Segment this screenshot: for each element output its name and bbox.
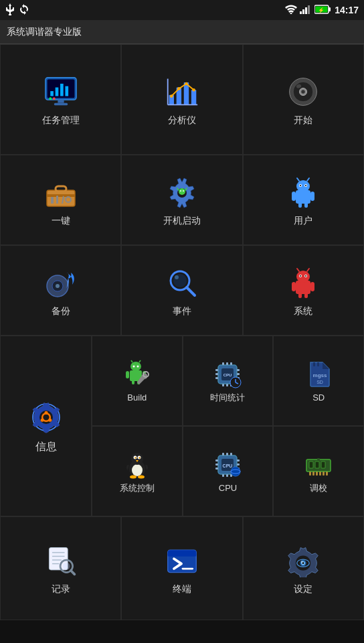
- section-1: 任务管理: [0, 44, 364, 155]
- svg-rect-67: [304, 291, 308, 298]
- svg-rect-143: [321, 461, 325, 468]
- svg-line-89: [131, 360, 132, 362]
- svg-rect-97: [237, 369, 240, 371]
- svg-rect-48: [304, 201, 308, 208]
- svg-rect-131: [222, 453, 224, 455]
- svg-rect-38: [56, 196, 58, 204]
- svg-rect-148: [323, 472, 325, 476]
- section-2-row2: 备份 事件: [0, 245, 364, 336]
- section-3: 信息: [0, 336, 364, 516]
- svg-rect-36: [56, 186, 66, 192]
- tile-time-stat[interactable]: CPU 时间统计: [183, 336, 274, 426]
- svg-rect-134: [222, 474, 224, 477]
- time-stat-label: 时间统计: [210, 392, 245, 403]
- svg-point-86: [130, 362, 141, 371]
- svg-point-121: [130, 475, 136, 478]
- svg-point-26: [177, 87, 181, 90]
- svg-rect-2: [302, 9, 304, 14]
- status-left: [5, 3, 29, 17]
- settings-label: 设定: [294, 583, 312, 595]
- svg-rect-35: [47, 194, 75, 197]
- svg-point-41: [179, 188, 185, 195]
- svg-line-74: [307, 269, 309, 271]
- svg-point-25: [170, 94, 173, 98]
- backup-label: 备份: [52, 305, 70, 317]
- svg-rect-149: [326, 472, 328, 476]
- tile-tune[interactable]: 调校: [273, 426, 364, 516]
- time-display: 14:17: [335, 5, 359, 15]
- svg-point-71: [300, 275, 301, 277]
- status-right: ⚡ 14:17: [285, 5, 359, 16]
- log-search-icon: [42, 542, 80, 579]
- svg-rect-4: [308, 5, 310, 14]
- svg-rect-1: [300, 11, 302, 14]
- svg-point-116: [131, 453, 143, 465]
- tile-sd[interactable]: mgss SD SD: [273, 336, 364, 426]
- svg-line-90: [139, 360, 141, 362]
- svg-point-49: [296, 180, 310, 192]
- one-key-label: 一键: [52, 215, 70, 226]
- usb-icon: [5, 3, 15, 17]
- memory-icon: [304, 449, 333, 479]
- section-4: 记录 终端: [0, 516, 364, 620]
- svg-rect-11: [50, 91, 54, 96]
- svg-point-62: [175, 275, 179, 279]
- svg-rect-64: [292, 282, 296, 291]
- tile-user[interactable]: 用户: [243, 155, 364, 245]
- task-manager-label: 任务管理: [42, 115, 80, 126]
- svg-point-52: [300, 185, 301, 186]
- cpu-time-icon: CPU: [213, 359, 242, 388]
- tune-label: 调校: [310, 483, 327, 494]
- svg-rect-95: [215, 373, 218, 375]
- tile-task-manager[interactable]: 任务管理: [0, 44, 121, 155]
- tile-boot-start[interactable]: 开机启动: [121, 155, 242, 245]
- svg-rect-146: [316, 472, 318, 476]
- svg-rect-127: [215, 468, 218, 470]
- svg-point-122: [138, 475, 145, 478]
- svg-rect-147: [319, 472, 321, 476]
- svg-line-158: [70, 571, 74, 575]
- svg-point-27: [185, 82, 188, 86]
- tile-one-key[interactable]: 一键: [0, 155, 121, 245]
- build-label: Build: [127, 392, 147, 403]
- svg-rect-65: [310, 282, 314, 291]
- svg-point-120: [139, 457, 140, 458]
- svg-rect-47: [298, 201, 302, 208]
- svg-rect-100: [222, 362, 224, 365]
- svg-point-115: [132, 464, 143, 476]
- tile-sys-control[interactable]: 系统控制: [92, 426, 183, 516]
- svg-line-54: [297, 178, 299, 181]
- svg-rect-104: [226, 384, 228, 386]
- svg-rect-129: [237, 463, 240, 466]
- tile-analyzer[interactable]: 分析仪: [121, 44, 242, 155]
- sd-label: SD: [312, 392, 325, 403]
- svg-point-72: [305, 275, 306, 277]
- svg-point-0: [290, 13, 292, 14]
- tile-backup[interactable]: 备份: [0, 245, 121, 336]
- battery-icon: ⚡: [314, 5, 331, 16]
- tile-log[interactable]: 记录: [0, 516, 121, 620]
- tile-info[interactable]: 信息: [0, 336, 92, 516]
- svg-point-42: [180, 190, 181, 192]
- svg-rect-16: [54, 103, 67, 106]
- svg-rect-141: [309, 461, 313, 468]
- tile-build[interactable]: Build: [92, 336, 183, 426]
- tile-system[interactable]: 系统: [243, 245, 364, 336]
- tile-settings[interactable]: 设定: [243, 516, 364, 620]
- svg-rect-111: [317, 362, 319, 366]
- svg-rect-125: [215, 459, 218, 461]
- title-bar: 系统调谐器专业版: [0, 20, 364, 44]
- backup-icon: [42, 264, 80, 301]
- tile-terminal[interactable]: 终端: [121, 516, 242, 620]
- svg-rect-82: [126, 371, 129, 378]
- cpu-chip2-icon: CPU: [213, 449, 242, 479]
- start-label: 开始: [294, 115, 312, 126]
- monitor-icon: [42, 73, 80, 111]
- svg-rect-126: [215, 463, 218, 466]
- svg-rect-135: [226, 474, 228, 477]
- tile-event[interactable]: 事件: [121, 245, 242, 336]
- svg-point-17: [49, 97, 52, 100]
- svg-rect-161: [168, 554, 197, 557]
- tile-cpu[interactable]: CPU CPU: [183, 426, 274, 516]
- tile-start[interactable]: 开始: [243, 44, 364, 155]
